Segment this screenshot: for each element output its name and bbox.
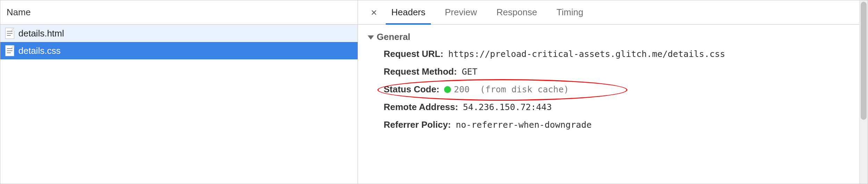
disclosure-triangle-icon bbox=[368, 35, 374, 40]
row-referrer-policy: Referrer Policy: no-referrer-when-downgr… bbox=[384, 119, 864, 130]
label-request-url: Request URL: bbox=[384, 49, 443, 59]
request-row-label: details.css bbox=[18, 45, 60, 56]
request-row-details-css[interactable]: details.css bbox=[0, 42, 358, 59]
row-request-method: Request Method: GET bbox=[384, 66, 864, 77]
row-status-code: Status Code: 200 (from disk cache) bbox=[384, 84, 864, 95]
row-remote-address: Remote Address: 54.236.150.72:443 bbox=[384, 102, 864, 112]
value-remote-address[interactable]: 54.236.150.72:443 bbox=[463, 102, 552, 112]
close-icon[interactable]: × bbox=[366, 7, 382, 18]
request-list-header-name[interactable]: Name bbox=[0, 0, 358, 25]
label-status-code: Status Code: bbox=[384, 84, 439, 95]
label-request-method: Request Method: bbox=[384, 66, 457, 77]
scrollbar-track[interactable] bbox=[859, 0, 868, 184]
file-icon bbox=[5, 45, 14, 56]
value-status-code[interactable]: 200 (from disk cache) bbox=[444, 84, 569, 94]
tab-preview[interactable]: Preview bbox=[435, 0, 486, 24]
value-referrer-policy[interactable]: no-referrer-when-downgrade bbox=[456, 120, 592, 130]
value-request-url[interactable]: https://preload-critical-assets.glitch.m… bbox=[448, 49, 725, 59]
request-row-details-html[interactable]: details.html bbox=[0, 25, 358, 42]
headers-body: General Request URL: https://preload-cri… bbox=[358, 25, 868, 184]
row-request-url: Request URL: https://preload-critical-as… bbox=[384, 49, 864, 59]
tab-timing[interactable]: Timing bbox=[547, 0, 593, 24]
devtools-network-panel: Name details.html details.css × Headers … bbox=[0, 0, 868, 184]
status-dot-icon bbox=[444, 86, 451, 93]
file-icon bbox=[5, 28, 14, 39]
label-referrer-policy: Referrer Policy: bbox=[384, 119, 451, 130]
column-header-name: Name bbox=[7, 7, 31, 18]
details-tabbar: × Headers Preview Response Timing bbox=[358, 0, 868, 25]
request-row-label: details.html bbox=[18, 28, 64, 39]
request-list-panel: Name details.html details.css bbox=[0, 0, 358, 184]
tab-headers[interactable]: Headers bbox=[382, 0, 435, 24]
label-remote-address: Remote Address: bbox=[384, 102, 458, 112]
request-details-panel: × Headers Preview Response Timing Genera… bbox=[358, 0, 868, 184]
tab-response[interactable]: Response bbox=[487, 0, 547, 24]
section-general-toggle[interactable]: General bbox=[368, 32, 864, 42]
scrollbar-thumb[interactable] bbox=[861, 2, 867, 120]
value-request-method[interactable]: GET bbox=[462, 67, 477, 77]
section-general-title: General bbox=[377, 32, 410, 42]
